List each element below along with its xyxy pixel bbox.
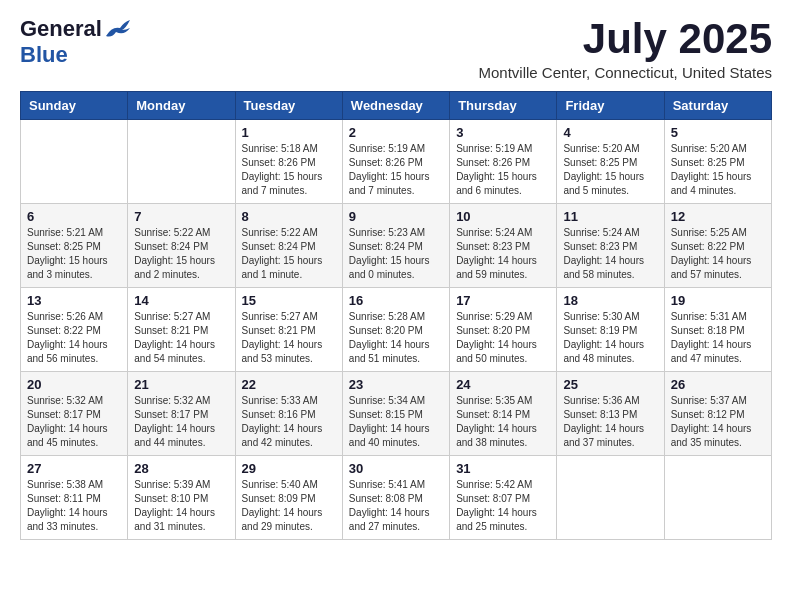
header: General Blue July 2025 Montville Center,… xyxy=(20,16,772,81)
day-info: Sunrise: 5:28 AM Sunset: 8:20 PM Dayligh… xyxy=(349,310,443,366)
table-row: 3Sunrise: 5:19 AM Sunset: 8:26 PM Daylig… xyxy=(450,120,557,204)
header-thursday: Thursday xyxy=(450,92,557,120)
table-row: 17Sunrise: 5:29 AM Sunset: 8:20 PM Dayli… xyxy=(450,288,557,372)
day-number: 18 xyxy=(563,293,657,308)
day-number: 3 xyxy=(456,125,550,140)
table-row xyxy=(557,456,664,540)
day-number: 6 xyxy=(27,209,121,224)
calendar-week-4: 20Sunrise: 5:32 AM Sunset: 8:17 PM Dayli… xyxy=(21,372,772,456)
table-row: 20Sunrise: 5:32 AM Sunset: 8:17 PM Dayli… xyxy=(21,372,128,456)
day-info: Sunrise: 5:42 AM Sunset: 8:07 PM Dayligh… xyxy=(456,478,550,534)
day-number: 8 xyxy=(242,209,336,224)
table-row: 31Sunrise: 5:42 AM Sunset: 8:07 PM Dayli… xyxy=(450,456,557,540)
day-info: Sunrise: 5:18 AM Sunset: 8:26 PM Dayligh… xyxy=(242,142,336,198)
table-row: 21Sunrise: 5:32 AM Sunset: 8:17 PM Dayli… xyxy=(128,372,235,456)
table-row: 27Sunrise: 5:38 AM Sunset: 8:11 PM Dayli… xyxy=(21,456,128,540)
table-row xyxy=(664,456,771,540)
calendar-table: Sunday Monday Tuesday Wednesday Thursday… xyxy=(20,91,772,540)
logo-general-text: General xyxy=(20,16,102,42)
table-row: 14Sunrise: 5:27 AM Sunset: 8:21 PM Dayli… xyxy=(128,288,235,372)
header-wednesday: Wednesday xyxy=(342,92,449,120)
table-row: 9Sunrise: 5:23 AM Sunset: 8:24 PM Daylig… xyxy=(342,204,449,288)
table-row: 11Sunrise: 5:24 AM Sunset: 8:23 PM Dayli… xyxy=(557,204,664,288)
day-number: 4 xyxy=(563,125,657,140)
day-number: 27 xyxy=(27,461,121,476)
day-number: 2 xyxy=(349,125,443,140)
day-number: 21 xyxy=(134,377,228,392)
table-row: 25Sunrise: 5:36 AM Sunset: 8:13 PM Dayli… xyxy=(557,372,664,456)
day-info: Sunrise: 5:23 AM Sunset: 8:24 PM Dayligh… xyxy=(349,226,443,282)
day-info: Sunrise: 5:25 AM Sunset: 8:22 PM Dayligh… xyxy=(671,226,765,282)
table-row: 24Sunrise: 5:35 AM Sunset: 8:14 PM Dayli… xyxy=(450,372,557,456)
day-number: 7 xyxy=(134,209,228,224)
day-number: 11 xyxy=(563,209,657,224)
table-row: 13Sunrise: 5:26 AM Sunset: 8:22 PM Dayli… xyxy=(21,288,128,372)
table-row: 5Sunrise: 5:20 AM Sunset: 8:25 PM Daylig… xyxy=(664,120,771,204)
table-row: 15Sunrise: 5:27 AM Sunset: 8:21 PM Dayli… xyxy=(235,288,342,372)
day-number: 5 xyxy=(671,125,765,140)
calendar-week-1: 1Sunrise: 5:18 AM Sunset: 8:26 PM Daylig… xyxy=(21,120,772,204)
day-info: Sunrise: 5:22 AM Sunset: 8:24 PM Dayligh… xyxy=(134,226,228,282)
table-row: 29Sunrise: 5:40 AM Sunset: 8:09 PM Dayli… xyxy=(235,456,342,540)
day-info: Sunrise: 5:26 AM Sunset: 8:22 PM Dayligh… xyxy=(27,310,121,366)
table-row: 23Sunrise: 5:34 AM Sunset: 8:15 PM Dayli… xyxy=(342,372,449,456)
day-info: Sunrise: 5:29 AM Sunset: 8:20 PM Dayligh… xyxy=(456,310,550,366)
day-number: 31 xyxy=(456,461,550,476)
header-saturday: Saturday xyxy=(664,92,771,120)
day-info: Sunrise: 5:38 AM Sunset: 8:11 PM Dayligh… xyxy=(27,478,121,534)
day-info: Sunrise: 5:35 AM Sunset: 8:14 PM Dayligh… xyxy=(456,394,550,450)
day-info: Sunrise: 5:19 AM Sunset: 8:26 PM Dayligh… xyxy=(456,142,550,198)
table-row: 1Sunrise: 5:18 AM Sunset: 8:26 PM Daylig… xyxy=(235,120,342,204)
day-info: Sunrise: 5:20 AM Sunset: 8:25 PM Dayligh… xyxy=(563,142,657,198)
day-number: 30 xyxy=(349,461,443,476)
table-row: 18Sunrise: 5:30 AM Sunset: 8:19 PM Dayli… xyxy=(557,288,664,372)
table-row: 8Sunrise: 5:22 AM Sunset: 8:24 PM Daylig… xyxy=(235,204,342,288)
day-info: Sunrise: 5:24 AM Sunset: 8:23 PM Dayligh… xyxy=(563,226,657,282)
day-info: Sunrise: 5:22 AM Sunset: 8:24 PM Dayligh… xyxy=(242,226,336,282)
table-row: 7Sunrise: 5:22 AM Sunset: 8:24 PM Daylig… xyxy=(128,204,235,288)
day-info: Sunrise: 5:34 AM Sunset: 8:15 PM Dayligh… xyxy=(349,394,443,450)
day-info: Sunrise: 5:39 AM Sunset: 8:10 PM Dayligh… xyxy=(134,478,228,534)
day-number: 16 xyxy=(349,293,443,308)
header-sunday: Sunday xyxy=(21,92,128,120)
day-info: Sunrise: 5:27 AM Sunset: 8:21 PM Dayligh… xyxy=(134,310,228,366)
day-info: Sunrise: 5:19 AM Sunset: 8:26 PM Dayligh… xyxy=(349,142,443,198)
calendar-header-row: Sunday Monday Tuesday Wednesday Thursday… xyxy=(21,92,772,120)
logo-bird-icon xyxy=(104,18,132,40)
day-number: 26 xyxy=(671,377,765,392)
day-number: 29 xyxy=(242,461,336,476)
day-info: Sunrise: 5:32 AM Sunset: 8:17 PM Dayligh… xyxy=(134,394,228,450)
month-title: July 2025 xyxy=(479,16,772,62)
day-info: Sunrise: 5:36 AM Sunset: 8:13 PM Dayligh… xyxy=(563,394,657,450)
table-row: 28Sunrise: 5:39 AM Sunset: 8:10 PM Dayli… xyxy=(128,456,235,540)
day-info: Sunrise: 5:24 AM Sunset: 8:23 PM Dayligh… xyxy=(456,226,550,282)
day-info: Sunrise: 5:32 AM Sunset: 8:17 PM Dayligh… xyxy=(27,394,121,450)
day-number: 1 xyxy=(242,125,336,140)
day-number: 20 xyxy=(27,377,121,392)
table-row: 19Sunrise: 5:31 AM Sunset: 8:18 PM Dayli… xyxy=(664,288,771,372)
header-friday: Friday xyxy=(557,92,664,120)
day-info: Sunrise: 5:40 AM Sunset: 8:09 PM Dayligh… xyxy=(242,478,336,534)
day-number: 23 xyxy=(349,377,443,392)
logo-blue-text: Blue xyxy=(20,42,68,68)
day-number: 24 xyxy=(456,377,550,392)
day-number: 9 xyxy=(349,209,443,224)
day-info: Sunrise: 5:31 AM Sunset: 8:18 PM Dayligh… xyxy=(671,310,765,366)
day-number: 15 xyxy=(242,293,336,308)
day-info: Sunrise: 5:33 AM Sunset: 8:16 PM Dayligh… xyxy=(242,394,336,450)
table-row: 4Sunrise: 5:20 AM Sunset: 8:25 PM Daylig… xyxy=(557,120,664,204)
day-number: 14 xyxy=(134,293,228,308)
table-row xyxy=(128,120,235,204)
logo: General Blue xyxy=(20,16,132,68)
table-row: 2Sunrise: 5:19 AM Sunset: 8:26 PM Daylig… xyxy=(342,120,449,204)
page-container: General Blue July 2025 Montville Center,… xyxy=(0,0,792,552)
table-row: 26Sunrise: 5:37 AM Sunset: 8:12 PM Dayli… xyxy=(664,372,771,456)
day-info: Sunrise: 5:21 AM Sunset: 8:25 PM Dayligh… xyxy=(27,226,121,282)
day-info: Sunrise: 5:41 AM Sunset: 8:08 PM Dayligh… xyxy=(349,478,443,534)
day-number: 12 xyxy=(671,209,765,224)
day-number: 17 xyxy=(456,293,550,308)
day-number: 22 xyxy=(242,377,336,392)
day-number: 10 xyxy=(456,209,550,224)
table-row: 16Sunrise: 5:28 AM Sunset: 8:20 PM Dayli… xyxy=(342,288,449,372)
title-section: July 2025 Montville Center, Connecticut,… xyxy=(479,16,772,81)
